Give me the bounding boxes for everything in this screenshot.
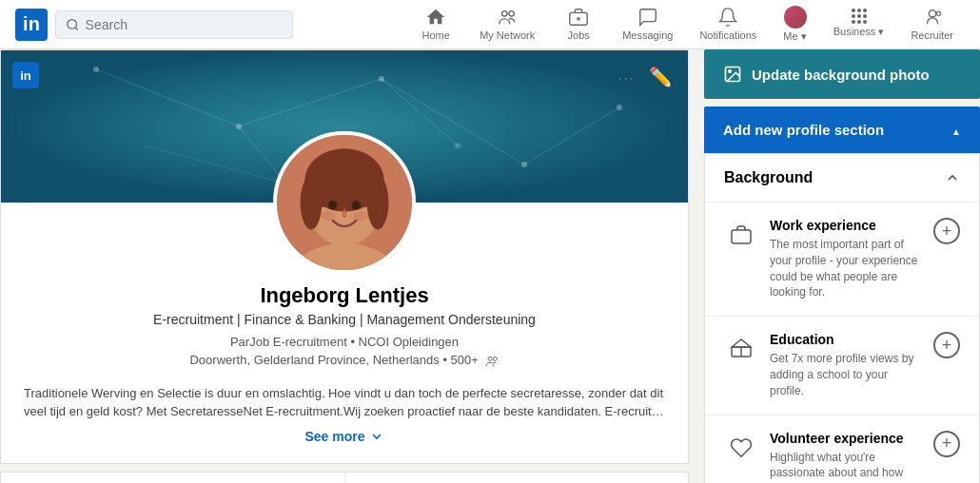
nav-item-business[interactable]: Business ▾ [822, 5, 896, 44]
nav-item-network[interactable]: My Network [468, 3, 546, 47]
nav-item-notifications[interactable]: Notifications [688, 3, 768, 47]
volunteer-content: Volunteer experience Highlight what you'… [770, 431, 922, 483]
nav-business-label: Business ▾ [833, 26, 885, 38]
briefcase-icon [724, 218, 758, 252]
page-layout: in ··· ✏️ Ingeborg Lentjes E-recruitment… [0, 49, 980, 483]
about-text: Traditionele Werving en Selectie is duur… [24, 384, 665, 421]
profile-avatar [273, 131, 416, 274]
see-more-button[interactable]: See more [304, 429, 383, 444]
right-column: Update background photo Add new profile … [704, 49, 980, 483]
avatar [784, 6, 807, 29]
nav-item-home[interactable]: Home [407, 3, 464, 47]
connections-icon [484, 354, 500, 369]
messaging-icon [637, 7, 658, 28]
network-icon [497, 7, 518, 28]
svg-point-19 [379, 76, 384, 82]
svg-point-34 [353, 211, 367, 220]
svg-point-20 [521, 162, 527, 167]
svg-point-23 [455, 143, 461, 148]
profile-headline: E-recruitment | Finance & Banking | Mana… [24, 312, 665, 327]
navbar: in Home My Network Jobs [0, 0, 980, 49]
nav-item-messaging[interactable]: Messaging [611, 3, 684, 47]
nav-items: Home My Network Jobs Messaging [407, 2, 965, 47]
education-icon [724, 332, 758, 366]
background-panel-title: Background [705, 154, 979, 203]
nav-item-jobs[interactable]: Jobs [550, 3, 607, 47]
background-chevron-up-icon [945, 170, 960, 185]
svg-point-18 [236, 124, 242, 129]
svg-point-38 [729, 70, 732, 73]
nav-item-recruiter[interactable]: Recruiter [899, 3, 965, 47]
chevron-down-icon [369, 429, 384, 444]
search-input[interactable] [86, 17, 283, 32]
add-work-experience-button[interactable]: + [933, 218, 960, 244]
profile-location: Doorwerth, Gelderland Province, Netherla… [24, 353, 665, 369]
business-grid-icon [852, 9, 867, 24]
svg-point-7 [929, 10, 935, 16]
chevron-up-icon [951, 122, 961, 138]
svg-point-0 [68, 19, 77, 29]
nav-notifications-label: Notifications [699, 29, 756, 41]
background-item-education: Education Get 7x more profile views by a… [705, 317, 979, 415]
svg-point-3 [509, 10, 515, 15]
svg-point-32 [352, 201, 361, 209]
jobs-icon [568, 7, 589, 28]
nav-messaging-label: Messaging [622, 29, 673, 41]
profile-card: in ··· ✏️ Ingeborg Lentjes E-recruitment… [0, 49, 689, 464]
nav-home-label: Home [421, 29, 449, 41]
update-background-button[interactable]: Update background photo [704, 49, 980, 99]
education-content: Education Get 7x more profile views by a… [770, 332, 922, 398]
search-icon [66, 17, 80, 32]
card-actions: ··· ✏️ [614, 62, 676, 92]
nav-network-label: My Network [480, 29, 535, 41]
background-panel: Background Work experience [704, 153, 980, 483]
work-experience-content: Work experience The most important part … [770, 218, 922, 300]
right-panel: Update background photo Add new profile … [704, 49, 980, 483]
search-bar[interactable] [55, 10, 293, 39]
nav-recruiter-label: Recruiter [911, 29, 953, 41]
heart-icon [724, 431, 758, 465]
linkedin-logo[interactable]: in [15, 9, 48, 41]
svg-point-36 [493, 357, 497, 360]
add-section-button[interactable]: Add new profile section [704, 106, 980, 153]
image-icon [723, 65, 742, 84]
add-education-button[interactable]: + [933, 332, 960, 358]
svg-point-31 [328, 201, 337, 209]
notifications-icon [717, 7, 738, 28]
background-item-work: Work experience The most important part … [705, 203, 979, 317]
nav-jobs-label: Jobs [568, 29, 590, 41]
svg-rect-30 [304, 180, 383, 206]
recruiter-icon [922, 7, 943, 28]
home-icon [425, 7, 446, 28]
profile-name: Ingeborg Lentjes [24, 283, 665, 308]
stat-profile-views[interactable]: 132 Who's viewed your profile [1, 473, 345, 483]
svg-point-21 [617, 105, 622, 110]
stat-share-views[interactable]: 229 Views of your share [345, 473, 689, 483]
more-options-button[interactable]: ··· [614, 63, 637, 92]
svg-point-33 [321, 211, 335, 220]
main-column: in ··· ✏️ Ingeborg Lentjes E-recruitment… [0, 49, 689, 483]
nav-me-label: Me ▾ [783, 30, 806, 43]
svg-point-17 [93, 67, 99, 72]
svg-rect-39 [732, 230, 751, 243]
edit-profile-button[interactable]: ✏️ [645, 62, 676, 92]
profile-company: ParJob E-recruitment • NCOI Opleidingen [24, 335, 665, 349]
stats-card: 132 Who's viewed your profile 229 Views … [0, 472, 689, 483]
linkedin-watermark: in [12, 62, 39, 88]
svg-line-1 [75, 27, 78, 29]
svg-point-2 [502, 10, 508, 15]
nav-item-me[interactable]: Me ▾ [772, 2, 817, 47]
add-volunteer-button[interactable]: + [933, 431, 960, 457]
svg-point-35 [488, 357, 492, 360]
background-item-volunteer: Volunteer experience Highlight what you'… [705, 415, 979, 483]
